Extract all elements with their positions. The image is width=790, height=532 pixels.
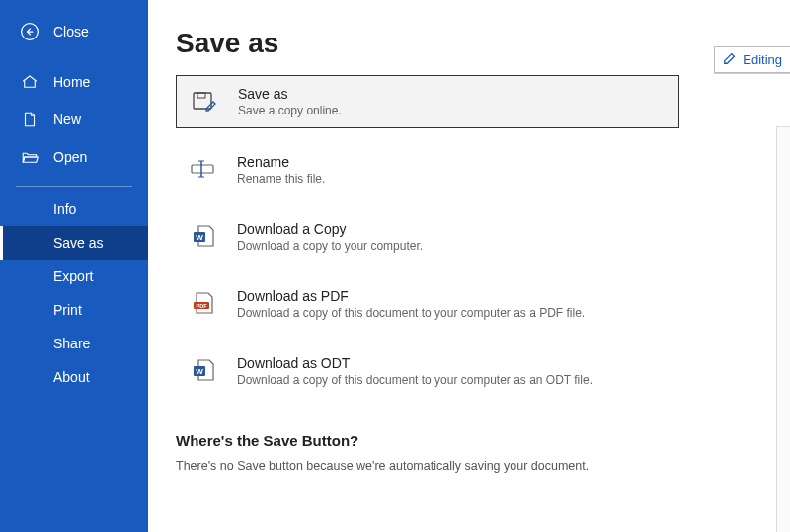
option-rename[interactable]: Rename Rename this file. [176, 142, 760, 197]
option-download-odt[interactable]: W Download as ODT Download a copy of thi… [176, 343, 760, 399]
option-title: Download a Copy [237, 221, 423, 237]
sidebar-item-label: Save as [53, 235, 104, 251]
backstage-sidebar: Close Home New Open Info Save as [0, 0, 148, 532]
sidebar-item-new[interactable]: New [0, 101, 148, 138]
svg-text:W: W [196, 233, 203, 242]
info-body: There's no Save button because we're aut… [176, 459, 760, 473]
page-title: Save as [176, 28, 760, 59]
folder-open-icon [20, 147, 40, 167]
rename-icon [190, 156, 217, 182]
word-file-icon: W [190, 223, 217, 249]
sidebar-item-open[interactable]: Open [0, 138, 148, 176]
home-icon [20, 72, 40, 92]
option-title: Save as [238, 86, 342, 102]
svg-text:W: W [196, 367, 203, 376]
save-as-icon [191, 88, 218, 114]
sidebar-item-label: About [53, 369, 90, 385]
new-file-icon [20, 110, 40, 129]
option-title: Download as ODT [237, 355, 592, 371]
sidebar-item-save-as[interactable]: Save as [0, 226, 148, 260]
pencil-icon [723, 51, 737, 68]
option-save-as[interactable]: Save as Save a copy online. [176, 75, 679, 128]
close-label: Close [53, 24, 89, 39]
sidebar-item-export[interactable]: Export [0, 260, 148, 293]
option-desc: Download a copy of this document to your… [237, 373, 592, 387]
sidebar-item-about[interactable]: About [0, 360, 148, 394]
sidebar-item-info[interactable]: Info [0, 192, 148, 226]
option-desc: Rename this file. [237, 172, 325, 186]
sidebar-item-label: Export [53, 268, 93, 284]
odt-file-icon: W [190, 357, 217, 383]
sidebar-item-label: Open [53, 149, 87, 165]
option-desc: Save a copy online. [238, 104, 342, 117]
editing-mode-button[interactable]: Editing [714, 46, 790, 73]
main-panel: Save as Save as Save a copy online. Rena… [148, 0, 790, 532]
nav-group-primary: Home New Open [0, 63, 148, 176]
option-title: Download as PDF [237, 288, 585, 304]
sidebar-item-label: Home [53, 74, 90, 90]
sidebar-item-share[interactable]: Share [0, 327, 148, 360]
option-download-pdf[interactable]: PDF Download as PDF Download a copy of t… [176, 276, 760, 332]
option-desc: Download a copy to your computer. [237, 239, 423, 253]
sidebar-item-label: Info [53, 201, 76, 217]
option-title: Rename [237, 154, 325, 170]
svg-rect-2 [198, 93, 205, 98]
pdf-file-icon: PDF [190, 290, 217, 316]
option-download-copy[interactable]: W Download a Copy Download a copy to you… [176, 209, 760, 265]
document-edge [776, 126, 790, 532]
back-arrow-icon [20, 22, 40, 41]
sidebar-divider [16, 186, 132, 187]
info-title: Where's the Save Button? [176, 432, 760, 449]
sidebar-item-home[interactable]: Home [0, 63, 148, 101]
nav-group-secondary: Info Save as Export Print Share About [0, 192, 148, 394]
svg-text:PDF: PDF [197, 303, 208, 309]
editing-label: Editing [743, 52, 782, 67]
save-as-options: Save as Save a copy online. Rename Renam… [176, 75, 760, 405]
save-info-section: Where's the Save Button? There's no Save… [176, 432, 760, 473]
close-button[interactable]: Close [0, 0, 148, 63]
sidebar-item-label: Share [53, 336, 90, 351]
ribbon-divider [714, 73, 790, 74]
sidebar-item-print[interactable]: Print [0, 293, 148, 327]
sidebar-item-label: New [53, 112, 81, 127]
option-desc: Download a copy of this document to your… [237, 306, 585, 320]
sidebar-item-label: Print [53, 302, 82, 318]
svg-rect-3 [192, 165, 213, 173]
